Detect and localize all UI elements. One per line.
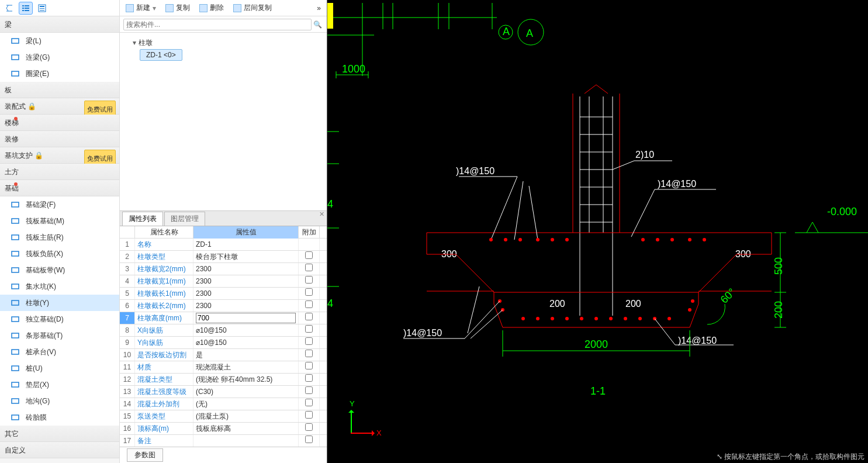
property-row[interactable]: 10是否按板边切割是 (120, 349, 327, 361)
prop-value[interactable] (193, 435, 299, 447)
sidebar-view-toolbar (0, 0, 119, 16)
prop-extra-checkbox[interactable] (305, 288, 313, 296)
prop-value[interactable]: 是 (193, 349, 299, 361)
prop-value[interactable]: 2300 (193, 275, 299, 287)
property-row[interactable]: 3柱墩截宽2(mm)2300 (120, 263, 327, 275)
prop-value[interactable]: 2300 (193, 263, 299, 275)
prop-extra-checkbox[interactable] (305, 436, 313, 443)
layer-copy-button[interactable]: 层间复制 (231, 2, 274, 14)
category-item[interactable]: 柱墩(Y) (0, 295, 119, 311)
svg-point-100 (565, 317, 569, 320)
category-item[interactable]: 筏板基础(M) (0, 213, 119, 229)
svg-point-104 (624, 317, 627, 320)
tree-node-root[interactable]: ▾柱墩 (122, 36, 324, 49)
category-item[interactable]: 筏板主筋(R) (0, 229, 119, 246)
category-header[interactable]: 板 (0, 82, 119, 98)
prop-extra-checkbox[interactable] (305, 337, 313, 345)
property-row[interactable]: 13混凝土强度等级(C30) (120, 386, 327, 398)
prop-value[interactable]: 筏板底标高 (193, 423, 299, 434)
prop-value[interactable]: (现浇砼 卵石40mm 32.5) (193, 374, 299, 385)
prop-value[interactable]: ⌀10@150 (193, 324, 299, 336)
prop-extra-checkbox[interactable] (305, 350, 313, 357)
prop-extra-checkbox[interactable] (305, 374, 313, 382)
category-item[interactable]: 基础梁(F) (0, 196, 119, 213)
prop-value[interactable]: ZD-1 (193, 239, 299, 250)
category-header[interactable]: 土方 (0, 164, 119, 180)
prop-extra-checkbox[interactable] (305, 264, 313, 271)
search-icon[interactable]: 🔍 (312, 20, 323, 29)
new-button[interactable]: 新建 ▾ (123, 2, 158, 14)
category-item[interactable]: 筏板负筋(X) (0, 246, 119, 262)
category-item[interactable]: 砖胎膜 (0, 409, 119, 426)
prop-extra-checkbox[interactable] (305, 362, 313, 369)
delete-button[interactable]: 删除 (197, 2, 226, 14)
category-header[interactable]: 装修 (0, 131, 119, 147)
prop-value[interactable]: 2300 (193, 300, 299, 312)
category-item[interactable]: 基础板带(W) (0, 262, 119, 278)
prop-extra-checkbox[interactable] (305, 276, 313, 284)
category-item[interactable]: 圈梁(E) (0, 65, 119, 82)
prop-value[interactable]: 现浇混凝土 (193, 361, 299, 373)
prop-value-input[interactable] (196, 313, 296, 323)
prop-value[interactable]: (混凝土泵) (193, 410, 299, 422)
prop-value[interactable]: (C30) (193, 386, 299, 398)
prop-extra-checkbox[interactable] (305, 423, 313, 431)
property-row[interactable]: 12混凝土类型(现浇砼 卵石40mm 32.5) (120, 374, 327, 386)
property-row[interactable]: 9Y向纵筋⌀10@150 (120, 337, 327, 349)
property-row[interactable]: 1名称ZD-1 (120, 239, 327, 251)
category-header[interactable]: 装配式 🔒免费试用 (0, 98, 119, 115)
prop-value[interactable]: 棱台形下柱墩 (193, 251, 299, 262)
category-item[interactable]: 桩承台(V) (0, 344, 119, 360)
property-row[interactable]: 15泵送类型(混凝土泵) (120, 410, 327, 423)
category-item[interactable]: 条形基础(T) (0, 327, 119, 344)
view-mode-1-icon[interactable] (2, 2, 16, 15)
property-row[interactable]: 17备注 (120, 435, 327, 447)
property-row[interactable]: 4柱墩截宽1(mm)2300 (120, 275, 327, 288)
category-item[interactable]: 独立基础(D) (0, 311, 119, 327)
prop-extra-checkbox[interactable] (305, 251, 313, 259)
svg-point-80 (489, 238, 493, 241)
tab-properties[interactable]: 属性列表 (122, 212, 163, 226)
param-diagram-button[interactable]: 参数图 (127, 448, 163, 462)
prop-extra-checkbox[interactable] (305, 300, 313, 308)
copy-button[interactable]: 复制 (163, 2, 192, 14)
property-row[interactable]: 11材质现浇混凝土 (120, 361, 327, 374)
more-button[interactable]: » (314, 4, 323, 12)
prop-extra-checkbox[interactable] (305, 313, 313, 320)
svg-text:1000: 1000 (342, 63, 365, 75)
category-header[interactable]: 其它 (0, 426, 119, 442)
category-item[interactable]: 地沟(G) (0, 393, 119, 409)
category-header[interactable]: 基础 (0, 180, 119, 196)
property-row[interactable]: 6柱墩截长2(mm)2300 (120, 300, 327, 312)
prop-extra-checkbox[interactable] (305, 325, 313, 333)
prop-value[interactable]: (无) (193, 398, 299, 410)
category-header[interactable]: 自定义 (0, 442, 119, 458)
category-item[interactable]: 梁(L) (0, 33, 119, 49)
prop-extra-checkbox[interactable] (305, 399, 313, 406)
category-item[interactable]: 垫层(X) (0, 376, 119, 393)
property-row[interactable]: 7柱墩高度(mm) (120, 312, 327, 324)
prop-value[interactable]: ⌀10@150 (193, 337, 299, 348)
category-item[interactable]: 连梁(G) (0, 49, 119, 65)
drawing-canvas[interactable]: A A 1000 4 4 2)10 )14 (327, 0, 868, 463)
category-item[interactable]: 桩(U) (0, 360, 119, 376)
view-mode-list-icon[interactable] (19, 2, 33, 15)
tab-layers[interactable]: 图层管理 (164, 212, 205, 226)
category-header[interactable]: 楼梯 (0, 115, 119, 131)
search-input[interactable] (123, 19, 312, 30)
property-row[interactable]: 8X向纵筋⌀10@150 (120, 324, 327, 337)
prop-value[interactable] (193, 312, 299, 324)
property-row[interactable]: 5柱墩截长1(mm)2300 (120, 288, 327, 300)
close-icon[interactable]: ✕ (317, 210, 326, 219)
property-row[interactable]: 14混凝土外加剂(无) (120, 398, 327, 410)
property-row[interactable]: 16顶标高(m)筏板底标高 (120, 423, 327, 435)
prop-extra-checkbox[interactable] (305, 411, 313, 419)
category-header[interactable]: 基坑支护 🔒免费试用 (0, 147, 119, 164)
prop-extra-checkbox[interactable] (305, 386, 313, 394)
category-item[interactable]: 集水坑(K) (0, 278, 119, 295)
view-mode-detail-icon[interactable] (35, 2, 49, 15)
property-row[interactable]: 2柱墩类型棱台形下柱墩 (120, 251, 327, 263)
category-header[interactable]: 梁 (0, 16, 119, 33)
prop-value[interactable]: 2300 (193, 288, 299, 299)
tree-node-child[interactable]: ZD-1 <0> (140, 49, 182, 61)
